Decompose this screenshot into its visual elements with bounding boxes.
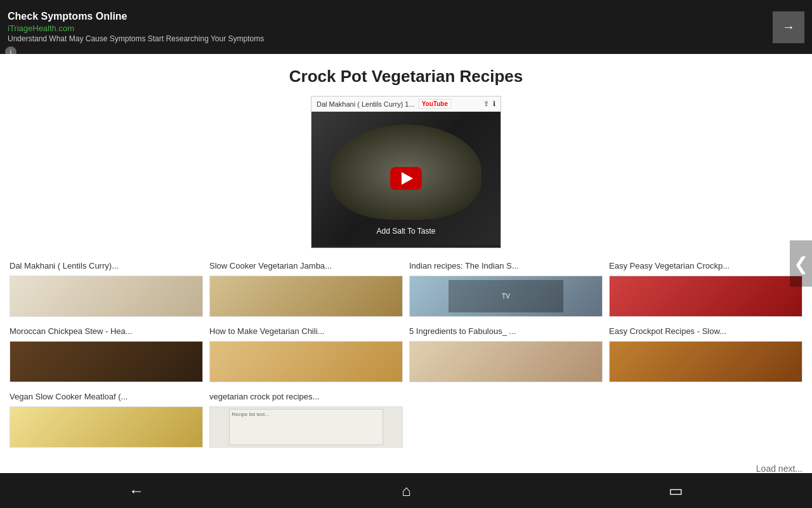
video-header-left: Dal Makhani ( Lentils Curry) 1... YouTub… (317, 99, 451, 109)
list-item[interactable]: Easy Crockpot Recipes - Slow... (606, 326, 806, 382)
main-content: Crock Pot Vegetarian Recipes Dal Makhani… (0, 54, 812, 473)
ad-title: Check Symptoms Online (8, 11, 773, 22)
recipe-thumbnail (409, 341, 603, 382)
list-item[interactable]: Dal Makhani ( Lentils Curry)... (6, 261, 206, 317)
recipe-thumbnail (10, 406, 203, 448)
list-item-empty (606, 392, 806, 448)
recipe-title: How to Make Vegetarian Chili... (209, 326, 403, 337)
bottom-navigation: ← ⌂ ▭ (0, 473, 812, 508)
ad-description: Understand What May Cause Symptoms Start… (8, 34, 773, 43)
recipe-title: Vegan Slow Cooker Meatloaf (... (10, 392, 203, 403)
ad-arrow-button[interactable]: → (773, 11, 804, 43)
recipe-title: Moroccan Chickpea Stew - Hea... (10, 326, 203, 337)
list-item[interactable]: Indian recipes: The Indian S... TV (406, 261, 606, 317)
info-video-icon[interactable]: ℹ (493, 100, 495, 108)
video-header: Dal Makhani ( Lentils Curry) 1... YouTub… (311, 97, 501, 112)
recipe-row-2: Moroccan Chickpea Stew - Hea... How to M… (6, 326, 806, 382)
list-item[interactable]: Easy Peasy Vegetarian Crockp... (606, 261, 806, 317)
list-item[interactable]: vegetarian crock pot recipes... Recipe l… (206, 392, 406, 448)
list-item[interactable]: 5 Ingredients to Fabulous_ ... (406, 326, 606, 382)
youtube-badge: YouTube (419, 99, 451, 109)
recipe-thumbnail (209, 276, 403, 317)
recipe-thumbnail (10, 341, 203, 382)
ad-site: iTriageHealth.com (8, 23, 773, 33)
list-item[interactable]: How to Make Vegetarian Chili... (206, 326, 406, 382)
video-thumbnail[interactable] (311, 112, 501, 245)
video-header-icons: ⇪ ℹ (483, 100, 495, 108)
recipe-title: Dal Makhani ( Lentils Curry)... (10, 261, 203, 272)
video-container: Dal Makhani ( Lentils Curry) 1... YouTub… (311, 96, 501, 248)
recipe-thumbnail (609, 276, 802, 317)
recipe-title: Indian recipes: The Indian S... (409, 261, 603, 272)
recipe-thumbnail (10, 276, 203, 317)
recipe-title: Slow Cooker Vegetarian Jamba... (209, 261, 403, 272)
video-wrapper: Dal Makhani ( Lentils Curry) 1... YouTub… (311, 96, 501, 248)
recipe-thumbnail: Recipe list text... (209, 406, 403, 448)
load-next-button[interactable]: Load next... (0, 457, 812, 473)
recent-button[interactable]: ▭ (656, 477, 696, 505)
home-button[interactable]: ⌂ (389, 477, 424, 505)
recipe-row-1: Dal Makhani ( Lentils Curry)... Slow Coo… (6, 261, 806, 317)
list-item-empty (406, 392, 606, 448)
list-item[interactable]: Moroccan Chickpea Stew - Hea... (6, 326, 206, 382)
ad-banner: Check Symptoms Online iTriageHealth.com … (0, 0, 812, 54)
recipe-title: vegetarian crock pot recipes... (209, 392, 403, 403)
recipe-thumbnail (609, 341, 802, 382)
recipe-title: Easy Peasy Vegetarian Crockp... (609, 261, 802, 272)
list-item[interactable]: Vegan Slow Cooker Meatloaf (... (6, 392, 206, 448)
play-button[interactable] (390, 167, 422, 190)
video-title: Dal Makhani ( Lentils Curry) 1... (317, 100, 415, 108)
recipe-thumbnail: TV (409, 276, 603, 317)
back-button[interactable]: ← (116, 477, 157, 505)
ad-content: Check Symptoms Online iTriageHealth.com … (8, 11, 773, 43)
recipe-grid: Dal Makhani ( Lentils Curry)... Slow Coo… (0, 261, 812, 448)
recipe-title: 5 Ingredients to Fabulous_ ... (409, 326, 603, 337)
list-item[interactable]: Slow Cooker Vegetarian Jamba... (206, 261, 406, 317)
recipe-thumbnail (209, 341, 403, 382)
recipe-title: Easy Crockpot Recipes - Slow... (609, 326, 802, 337)
right-arrow-button[interactable]: ❮ (790, 241, 812, 287)
recipe-row-3: Vegan Slow Cooker Meatloaf (... vegetari… (6, 392, 806, 448)
page-title: Crock Pot Vegetarian Recipes (0, 67, 812, 86)
share-icon[interactable]: ⇪ (483, 100, 489, 108)
